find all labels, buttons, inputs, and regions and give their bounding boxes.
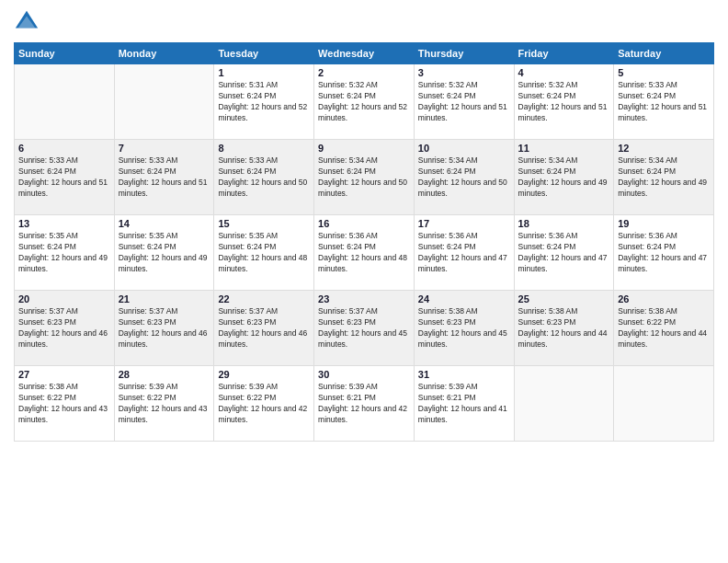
calendar-cell: 8Sunrise: 5:33 AMSunset: 6:24 PMDaylight…	[214, 140, 314, 215]
day-number: 16	[318, 218, 410, 229]
day-number: 27	[18, 369, 110, 380]
day-info: Sunrise: 5:33 AMSunset: 6:24 PMDaylight:…	[218, 155, 310, 200]
calendar-cell: 18Sunrise: 5:36 AMSunset: 6:24 PMDayligh…	[514, 215, 614, 291]
calendar-cell: 9Sunrise: 5:34 AMSunset: 6:24 PMDaylight…	[314, 140, 415, 215]
calendar-cell: 13Sunrise: 5:35 AMSunset: 6:24 PMDayligh…	[15, 215, 115, 291]
calendar-cell	[15, 64, 115, 140]
day-number: 12	[618, 143, 710, 154]
day-info: Sunrise: 5:37 AMSunset: 6:23 PMDaylight:…	[119, 306, 210, 350]
day-info: Sunrise: 5:32 AMSunset: 6:24 PMDaylight:…	[518, 80, 610, 124]
day-info: Sunrise: 5:36 AMSunset: 6:24 PMDaylight:…	[318, 231, 410, 275]
day-number: 7	[119, 143, 210, 154]
day-info: Sunrise: 5:37 AMSunset: 6:23 PMDaylight:…	[218, 306, 310, 350]
calendar-week-row: 27Sunrise: 5:38 AMSunset: 6:22 PMDayligh…	[15, 366, 714, 442]
calendar-header-tuesday: Tuesday	[214, 43, 314, 64]
calendar-header-sunday: Sunday	[15, 43, 115, 64]
day-number: 18	[518, 218, 610, 229]
day-info: Sunrise: 5:39 AMSunset: 6:21 PMDaylight:…	[318, 382, 410, 426]
day-info: Sunrise: 5:32 AMSunset: 6:24 PMDaylight:…	[318, 80, 410, 124]
calendar-cell: 11Sunrise: 5:34 AMSunset: 6:24 PMDayligh…	[514, 140, 614, 215]
page: SundayMondayTuesdayWednesdayThursdayFrid…	[0, 0, 728, 563]
day-number: 25	[518, 293, 610, 304]
calendar-week-row: 13Sunrise: 5:35 AMSunset: 6:24 PMDayligh…	[15, 215, 714, 291]
day-info: Sunrise: 5:34 AMSunset: 6:24 PMDaylight:…	[318, 155, 410, 200]
calendar-week-row: 6Sunrise: 5:33 AMSunset: 6:24 PMDaylight…	[15, 140, 714, 215]
day-number: 13	[18, 218, 110, 229]
calendar-cell: 20Sunrise: 5:37 AMSunset: 6:23 PMDayligh…	[15, 291, 115, 366]
calendar-cell: 6Sunrise: 5:33 AMSunset: 6:24 PMDaylight…	[15, 140, 115, 215]
day-number: 29	[218, 369, 310, 380]
day-number: 6	[18, 143, 110, 154]
calendar-cell: 23Sunrise: 5:37 AMSunset: 6:23 PMDayligh…	[314, 291, 415, 366]
day-number: 5	[618, 67, 710, 78]
day-info: Sunrise: 5:39 AMSunset: 6:22 PMDaylight:…	[218, 382, 310, 426]
day-info: Sunrise: 5:31 AMSunset: 6:24 PMDaylight:…	[218, 80, 310, 124]
day-info: Sunrise: 5:34 AMSunset: 6:24 PMDaylight:…	[418, 155, 510, 200]
calendar-cell: 30Sunrise: 5:39 AMSunset: 6:21 PMDayligh…	[314, 366, 415, 442]
day-number: 31	[418, 369, 510, 380]
day-number: 30	[318, 369, 410, 380]
day-number: 28	[119, 369, 210, 380]
calendar-cell	[614, 366, 714, 442]
calendar-cell: 4Sunrise: 5:32 AMSunset: 6:24 PMDaylight…	[514, 64, 614, 140]
day-info: Sunrise: 5:34 AMSunset: 6:24 PMDaylight:…	[518, 155, 610, 200]
day-number: 26	[618, 293, 710, 304]
calendar-cell: 29Sunrise: 5:39 AMSunset: 6:22 PMDayligh…	[214, 366, 314, 442]
day-number: 20	[18, 293, 110, 304]
day-info: Sunrise: 5:37 AMSunset: 6:23 PMDaylight:…	[318, 306, 410, 350]
day-number: 8	[218, 143, 310, 154]
calendar-cell: 26Sunrise: 5:38 AMSunset: 6:22 PMDayligh…	[614, 291, 714, 366]
day-info: Sunrise: 5:36 AMSunset: 6:24 PMDaylight:…	[418, 231, 510, 275]
calendar-cell: 15Sunrise: 5:35 AMSunset: 6:24 PMDayligh…	[214, 215, 314, 291]
day-info: Sunrise: 5:34 AMSunset: 6:24 PMDaylight:…	[618, 155, 710, 200]
calendar-cell: 3Sunrise: 5:32 AMSunset: 6:24 PMDaylight…	[414, 64, 514, 140]
day-number: 11	[518, 143, 610, 154]
calendar-cell: 16Sunrise: 5:36 AMSunset: 6:24 PMDayligh…	[314, 215, 415, 291]
calendar-cell: 12Sunrise: 5:34 AMSunset: 6:24 PMDayligh…	[614, 140, 714, 215]
calendar-table: SundayMondayTuesdayWednesdayThursdayFrid…	[14, 42, 714, 442]
day-number: 4	[518, 67, 610, 78]
calendar-cell: 19Sunrise: 5:36 AMSunset: 6:24 PMDayligh…	[614, 215, 714, 291]
calendar-week-row: 20Sunrise: 5:37 AMSunset: 6:23 PMDayligh…	[15, 291, 714, 366]
day-number: 22	[218, 293, 310, 304]
calendar-header-thursday: Thursday	[414, 43, 514, 64]
calendar-week-row: 1Sunrise: 5:31 AMSunset: 6:24 PMDaylight…	[15, 64, 714, 140]
logo-icon	[14, 9, 40, 35]
day-number: 3	[418, 67, 510, 78]
day-info: Sunrise: 5:36 AMSunset: 6:24 PMDaylight:…	[518, 231, 610, 275]
day-info: Sunrise: 5:35 AMSunset: 6:24 PMDaylight:…	[218, 231, 310, 275]
calendar-cell: 25Sunrise: 5:38 AMSunset: 6:23 PMDayligh…	[514, 291, 614, 366]
calendar-cell: 27Sunrise: 5:38 AMSunset: 6:22 PMDayligh…	[15, 366, 115, 442]
day-number: 24	[418, 293, 510, 304]
day-number: 19	[618, 218, 710, 229]
day-info: Sunrise: 5:39 AMSunset: 6:22 PMDaylight:…	[119, 382, 210, 426]
calendar-cell: 21Sunrise: 5:37 AMSunset: 6:23 PMDayligh…	[114, 291, 214, 366]
calendar-cell: 1Sunrise: 5:31 AMSunset: 6:24 PMDaylight…	[214, 64, 314, 140]
calendar-cell: 7Sunrise: 5:33 AMSunset: 6:24 PMDaylight…	[114, 140, 214, 215]
day-number: 21	[119, 293, 210, 304]
day-number: 10	[418, 143, 510, 154]
calendar-cell: 2Sunrise: 5:32 AMSunset: 6:24 PMDaylight…	[314, 64, 415, 140]
day-info: Sunrise: 5:33 AMSunset: 6:24 PMDaylight:…	[18, 155, 110, 200]
calendar-header-monday: Monday	[114, 43, 214, 64]
calendar-cell: 24Sunrise: 5:38 AMSunset: 6:23 PMDayligh…	[414, 291, 514, 366]
day-info: Sunrise: 5:32 AMSunset: 6:24 PMDaylight:…	[418, 80, 510, 124]
calendar-header-wednesday: Wednesday	[314, 43, 415, 64]
calendar-header-saturday: Saturday	[614, 43, 714, 64]
day-number: 23	[318, 293, 410, 304]
day-info: Sunrise: 5:38 AMSunset: 6:22 PMDaylight:…	[618, 306, 710, 350]
day-number: 17	[418, 218, 510, 229]
day-number: 9	[318, 143, 410, 154]
day-info: Sunrise: 5:35 AMSunset: 6:24 PMDaylight:…	[119, 231, 210, 275]
day-info: Sunrise: 5:38 AMSunset: 6:23 PMDaylight:…	[418, 306, 510, 350]
header	[14, 9, 714, 35]
calendar-cell: 14Sunrise: 5:35 AMSunset: 6:24 PMDayligh…	[114, 215, 214, 291]
day-number: 2	[318, 67, 410, 78]
day-number: 15	[218, 218, 310, 229]
calendar-cell	[114, 64, 214, 140]
day-info: Sunrise: 5:35 AMSunset: 6:24 PMDaylight:…	[18, 231, 110, 275]
day-number: 14	[119, 218, 210, 229]
calendar-cell: 28Sunrise: 5:39 AMSunset: 6:22 PMDayligh…	[114, 366, 214, 442]
day-info: Sunrise: 5:33 AMSunset: 6:24 PMDaylight:…	[119, 155, 210, 200]
day-info: Sunrise: 5:33 AMSunset: 6:24 PMDaylight:…	[618, 80, 710, 124]
